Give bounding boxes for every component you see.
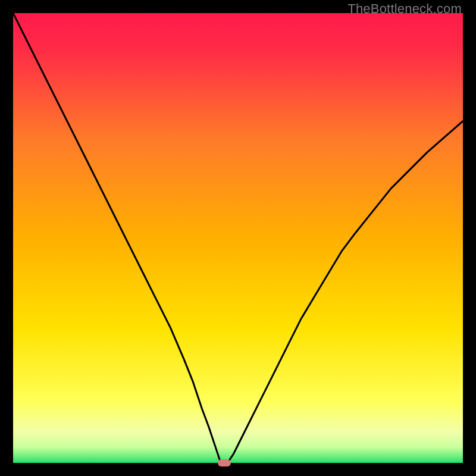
gradient-background <box>13 13 463 463</box>
optimum-marker <box>218 459 231 466</box>
watermark-text: TheBottleneck.com <box>347 1 462 17</box>
bottleneck-plot <box>13 13 463 463</box>
chart-frame <box>13 13 463 463</box>
